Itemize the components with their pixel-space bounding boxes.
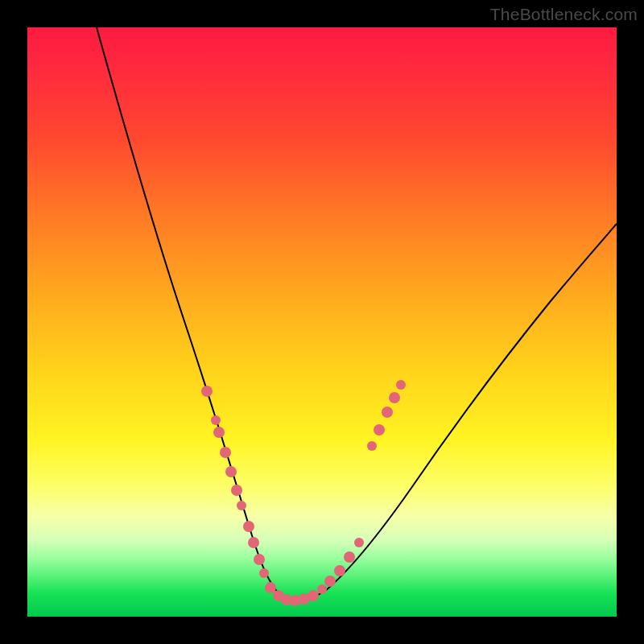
chart-area — [27, 27, 617, 617]
curve-path — [97, 27, 617, 601]
data-marker — [354, 538, 364, 547]
data-marker — [220, 447, 231, 458]
data-marker — [317, 584, 327, 594]
data-marker — [225, 466, 237, 477]
data-marker — [344, 551, 355, 563]
data-marker — [211, 415, 221, 425]
data-marker — [308, 590, 319, 601]
marker-group — [201, 380, 406, 606]
data-marker — [389, 392, 400, 403]
data-marker — [259, 568, 269, 578]
data-marker — [324, 576, 336, 587]
data-marker — [382, 407, 393, 418]
bottleneck-curve-svg — [27, 27, 617, 617]
data-marker — [254, 554, 265, 565]
data-marker — [243, 521, 254, 532]
data-marker — [367, 441, 377, 451]
watermark-text: TheBottleneck.com — [490, 5, 638, 24]
data-marker — [231, 485, 242, 496]
data-marker — [334, 565, 345, 576]
data-marker — [248, 537, 259, 548]
data-marker — [265, 582, 276, 593]
data-marker — [237, 501, 246, 510]
data-marker — [374, 424, 385, 436]
data-marker — [213, 427, 225, 438]
data-marker — [201, 386, 213, 397]
data-marker — [396, 380, 406, 390]
